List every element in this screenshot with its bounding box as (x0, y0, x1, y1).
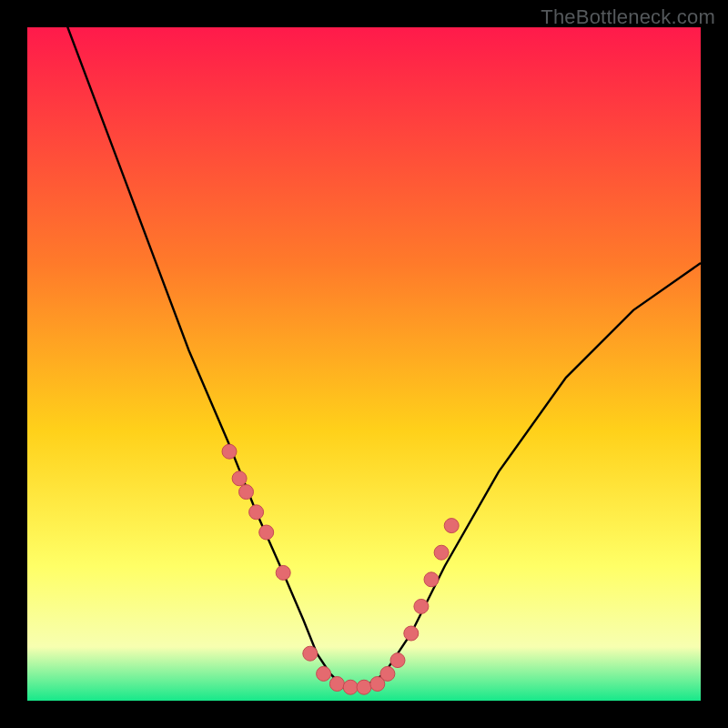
highlight-dot (343, 680, 358, 694)
watermark-text: TheBottleneck.com (541, 5, 715, 29)
chart-frame: TheBottleneck.com (0, 0, 728, 728)
highlight-dot (329, 677, 344, 692)
highlight-dot (390, 653, 405, 668)
highlight-dot (303, 646, 318, 661)
highlight-dot (424, 572, 439, 587)
highlight-dot (380, 666, 395, 681)
highlight-dot (276, 565, 290, 580)
highlight-dot (222, 444, 237, 459)
plot-area (27, 27, 701, 701)
gradient-background (27, 27, 701, 701)
highlight-dot (414, 599, 429, 613)
highlight-dot (317, 666, 331, 681)
highlight-dot (259, 525, 274, 540)
highlight-dot (434, 545, 449, 560)
highlight-dot (232, 471, 247, 486)
chart-svg (27, 27, 701, 701)
highlight-dot (357, 680, 371, 694)
highlight-dot (444, 519, 459, 533)
highlight-dot (404, 626, 419, 641)
highlight-dot (239, 485, 254, 500)
highlight-dot (249, 505, 264, 520)
